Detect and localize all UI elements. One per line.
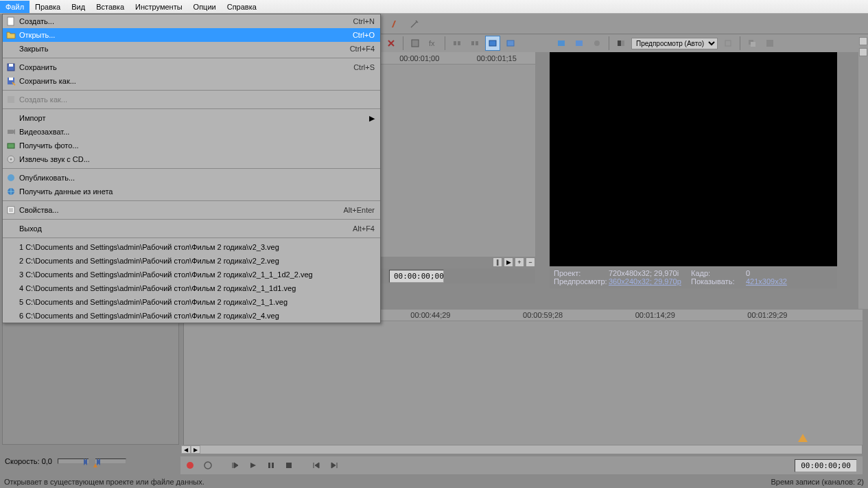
- menu-shortcut: Ctrl+F4: [350, 45, 375, 53]
- trim-start-icon[interactable]: [449, 36, 465, 51]
- show-video-monitor-icon[interactable]: [503, 36, 518, 51]
- fx-preview-icon[interactable]: [589, 36, 605, 51]
- copy-snapshot-icon[interactable]: [744, 36, 760, 51]
- scroll-right-icon[interactable]: ▶: [191, 445, 200, 454]
- svg-rect-28: [751, 42, 755, 47]
- trimmer-ruler[interactable]: 00:00:01;00 00:00:01;15: [381, 52, 535, 65]
- menu-правка[interactable]: Правка: [30, 1, 66, 13]
- blank-icon: [5, 242, 16, 253]
- svg-rect-24: [618, 40, 621, 46]
- collapse-icon[interactable]: ‖: [493, 257, 502, 267]
- menu-item[interactable]: Получить фото...: [3, 139, 380, 152]
- trimmer-timecode[interactable]: 00:00:00;00: [389, 270, 444, 283]
- loop-button[interactable]: [201, 458, 215, 472]
- menu-item[interactable]: ВыходAlt+F4: [3, 222, 380, 235]
- preview-res-link[interactable]: 360x240x32; 29,970p: [609, 277, 691, 286]
- render-icon: [5, 94, 16, 105]
- publish-icon: [5, 172, 16, 183]
- blank-icon: [5, 297, 16, 307]
- menu-item[interactable]: 6 C:\Documents and Settings\admin\Рабочи…: [3, 309, 380, 323]
- menu-item[interactable]: Открыть...Ctrl+O: [3, 28, 380, 42]
- menu-item[interactable]: СохранитьCtrl+S: [3, 60, 380, 74]
- menu-shortcut: Ctrl+O: [353, 31, 375, 39]
- menu-item[interactable]: Создать как...: [3, 93, 380, 106]
- menu-separator: [3, 90, 380, 91]
- preview-props-icon[interactable]: [554, 36, 569, 51]
- svg-rect-15: [454, 41, 456, 45]
- svg-rect-29: [766, 40, 773, 47]
- menu-item[interactable]: Получить данные из инета: [3, 185, 380, 198]
- frame-label: Кадр:: [691, 269, 746, 277]
- menu-файл[interactable]: Файл: [0, 1, 30, 13]
- pause-button[interactable]: [264, 458, 278, 472]
- menu-item[interactable]: 2 C:\Documents and Settings\admin\Рабочи…: [3, 254, 380, 268]
- menu-item-label: Создать как...: [19, 95, 375, 104]
- scroll-left-icon[interactable]: ◀: [181, 445, 191, 454]
- dock-tab-icon[interactable]: [859, 37, 867, 45]
- close-icon[interactable]: [384, 36, 399, 51]
- timeline-area[interactable]: [183, 321, 863, 445]
- paint-icon[interactable]: [388, 16, 403, 32]
- menu-item[interactable]: Импорт▶: [3, 111, 380, 125]
- show-video-icon[interactable]: [485, 36, 500, 51]
- wand-icon[interactable]: [407, 16, 422, 32]
- svg-rect-3: [8, 78, 14, 84]
- stop-button[interactable]: [282, 458, 296, 472]
- svg-rect-18: [476, 41, 478, 45]
- menu-инструменты[interactable]: Инструменты: [130, 1, 188, 13]
- play-button[interactable]: [246, 458, 260, 472]
- svg-point-30: [187, 462, 193, 469]
- menu-item-label: Выход: [19, 224, 353, 233]
- record-button[interactable]: [183, 458, 197, 472]
- menu-item[interactable]: 5 C:\Documents and Settings\admin\Рабочи…: [3, 295, 380, 309]
- svg-point-8: [8, 156, 14, 163]
- go-start-button[interactable]: [309, 458, 323, 472]
- save-icon[interactable]: [408, 36, 423, 51]
- menu-shortcut: Alt+F4: [353, 224, 375, 233]
- menu-item-label: Сохранить как...: [19, 77, 375, 85]
- transport-timecode[interactable]: 00:00:00;00: [795, 459, 857, 472]
- menu-item[interactable]: Опубликовать...: [3, 171, 380, 185]
- menu-справка[interactable]: Справка: [222, 1, 262, 13]
- svg-point-10: [8, 174, 14, 181]
- trim-end-icon[interactable]: [467, 36, 482, 51]
- svg-text:fx: fx: [429, 39, 435, 47]
- overlay-icon[interactable]: [720, 36, 736, 51]
- save-snapshot-icon[interactable]: [762, 36, 777, 51]
- external-monitor-icon[interactable]: [572, 36, 587, 51]
- menu-item-label: Сохранить: [19, 63, 353, 71]
- svg-point-23: [594, 40, 600, 46]
- menu-separator: [3, 237, 380, 238]
- menu-item[interactable]: 1 C:\Documents and Settings\admin\Рабочи…: [3, 240, 380, 254]
- svg-rect-17: [471, 41, 474, 45]
- menu-item[interactable]: Извлечь звук с CD...: [3, 152, 380, 166]
- menu-item[interactable]: 4 C:\Documents and Settings\admin\Рабочи…: [3, 281, 380, 295]
- menu-опции[interactable]: Опции: [188, 1, 222, 13]
- preview-quality-dropdown[interactable]: Предпросмотр (Авто): [631, 38, 718, 49]
- menu-item-label: Свойства...: [19, 206, 343, 214]
- dock-tab-icon[interactable]: [859, 48, 867, 56]
- play-start-button[interactable]: [228, 458, 242, 472]
- speed-slider[interactable]: ▲: [58, 458, 126, 464]
- minus-icon[interactable]: −: [526, 257, 535, 267]
- menu-item[interactable]: 3 C:\Documents and Settings\admin\Рабочи…: [3, 268, 380, 281]
- show-res-link[interactable]: 421x309x32: [746, 277, 787, 286]
- menu-item[interactable]: Свойства...Alt+Enter: [3, 203, 380, 217]
- timeline-scrollbar[interactable]: ◀ ▶: [180, 445, 863, 454]
- plus-icon[interactable]: +: [515, 257, 524, 267]
- menu-item[interactable]: Видеозахват...: [3, 125, 380, 139]
- split-screen-icon[interactable]: [613, 36, 629, 51]
- menu-вид[interactable]: Вид: [66, 1, 91, 13]
- fx-icon[interactable]: fx: [425, 36, 441, 51]
- menu-item[interactable]: Сохранить как...: [3, 74, 380, 88]
- menu-вставка[interactable]: Вставка: [91, 1, 130, 13]
- menu-shortcut: Ctrl+S: [353, 63, 375, 71]
- ruler-mark: 00:00:01;00: [399, 54, 439, 62]
- menu-item[interactable]: ЗакрытьCtrl+F4: [3, 42, 380, 56]
- play-icon[interactable]: ▶: [504, 257, 513, 267]
- menu-item-label: Импорт: [19, 114, 369, 122]
- menu-item[interactable]: Создать...Ctrl+N: [3, 14, 380, 28]
- blank-icon: [5, 310, 16, 321]
- go-end-button[interactable]: [327, 458, 341, 472]
- menu-item-label: 1 C:\Documents and Settings\admin\Рабочи…: [19, 243, 375, 251]
